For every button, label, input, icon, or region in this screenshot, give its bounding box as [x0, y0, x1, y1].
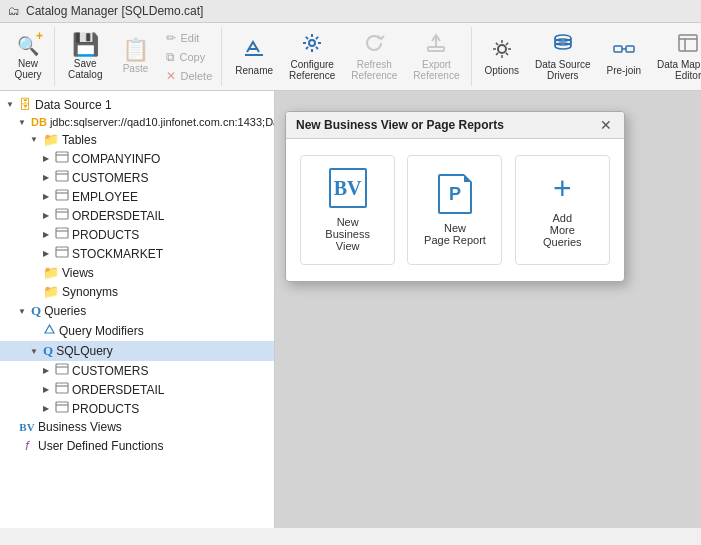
- views-folder-icon: 📁: [43, 265, 59, 280]
- tree-item-stockmarket[interactable]: ▶ STOCKMARKET: [0, 244, 274, 263]
- title-bar: 🗂 Catalog Manager [SQLDemo.cat]: [0, 0, 701, 23]
- tree-item-sqlquery[interactable]: ▼ Q SQLQuery: [0, 341, 274, 361]
- ordersdetail-query-icon: [55, 382, 69, 397]
- synonyms-label: Synonyms: [62, 285, 118, 299]
- svg-rect-3: [428, 47, 444, 51]
- tree-item-views[interactable]: 📁 Views: [0, 263, 274, 282]
- data-source-drivers-button[interactable]: Data SourceDrivers: [528, 27, 598, 86]
- tree-item-business-views[interactable]: BV Business Views: [0, 418, 274, 436]
- new-query-label: NewQuery: [14, 58, 41, 80]
- data-source-icon: [552, 32, 574, 57]
- export-reference-button[interactable]: ExportReference: [406, 27, 466, 86]
- new-query-icon: 🔍+: [17, 34, 39, 56]
- configure-reference-button[interactable]: ConfigureReference: [282, 27, 342, 86]
- modal-title: New Business View or Page Reports: [296, 118, 504, 132]
- stockmarket-icon: [55, 246, 69, 261]
- svg-rect-24: [56, 247, 68, 257]
- views-label: Views: [62, 266, 94, 280]
- svg-rect-11: [679, 35, 697, 51]
- svg-rect-20: [56, 209, 68, 219]
- tree-item-products[interactable]: ▶ PRODUCTS: [0, 225, 274, 244]
- rename-label: Rename: [235, 65, 273, 76]
- add-more-queries-option[interactable]: + AddMore Queries: [515, 155, 610, 265]
- rename-button[interactable]: Rename: [228, 33, 280, 81]
- toolbar-group-reference: Rename ConfigureReference RefreshReferen…: [224, 27, 471, 86]
- expander-customers-query: ▶: [40, 365, 52, 377]
- tree-item-query-modifiers[interactable]: Query Modifiers: [0, 321, 274, 341]
- paste-icon: 📋: [122, 39, 149, 61]
- stockmarket-label: STOCKMARKET: [72, 247, 163, 261]
- ordersdetail-icon: [55, 208, 69, 223]
- companyinfo-label: COMPANYINFO: [72, 152, 160, 166]
- app-title: Catalog Manager [SQLDemo.cat]: [26, 4, 203, 18]
- tables-label: Tables: [62, 133, 97, 147]
- add-more-queries-label: AddMore Queries: [530, 212, 595, 248]
- customers-query-icon: [55, 363, 69, 378]
- queries-icon: Q: [31, 303, 41, 319]
- expander-employee: ▶: [40, 191, 52, 203]
- tree-item-synonyms[interactable]: 📁 Synonyms: [0, 282, 274, 301]
- query-modifiers-icon: [43, 323, 56, 339]
- toolbar: 🔍+ NewQuery 💾 SaveCatalog 📋 Paste ✏ Edit…: [0, 23, 701, 91]
- save-catalog-button[interactable]: 💾 SaveCatalog: [61, 29, 109, 85]
- svg-rect-14: [56, 152, 68, 162]
- modal-dialog: New Business View or Page Reports ✕ BV N…: [285, 111, 625, 282]
- jdbc-icon: DB: [31, 116, 47, 128]
- copy-button[interactable]: ⧉ Copy: [161, 48, 217, 66]
- expander-datasource1: ▼: [4, 99, 16, 111]
- delete-button[interactable]: ✕ Delete: [161, 67, 217, 85]
- new-business-view-option[interactable]: BV NewBusiness View: [300, 155, 395, 265]
- tree-item-customers-table[interactable]: ▶ CUSTOMERS: [0, 168, 274, 187]
- tree-item-ordersdetail[interactable]: ▶ ORDERSDETAIL: [0, 206, 274, 225]
- tree-item-jdbc[interactable]: ▼ DB jdbc:sqlserver://qad10.jinfonet.com…: [0, 114, 274, 130]
- expander-stockmarket: ▶: [40, 248, 52, 260]
- options-button[interactable]: Options: [478, 33, 526, 81]
- products-query-label: PRODUCTS: [72, 402, 139, 416]
- page-report-icon: P: [438, 174, 472, 214]
- svg-rect-22: [56, 228, 68, 238]
- expander-query-modifiers: [28, 325, 40, 337]
- customers-table-label: CUSTOMERS: [72, 171, 148, 185]
- add-icon: +: [553, 172, 572, 204]
- tree-item-datasource1[interactable]: ▼ 🗄 Data Source 1: [0, 95, 274, 114]
- tree-item-employee[interactable]: ▶ EMPLOYEE: [0, 187, 274, 206]
- small-btn-group: ✏ Edit ⧉ Copy ✕ Delete: [161, 29, 217, 85]
- tree-item-tables[interactable]: ▼ 📁 Tables: [0, 130, 274, 149]
- ordersdetail-query-label: ORDERSDETAIL: [72, 383, 164, 397]
- app-icon: 🗂: [8, 4, 20, 18]
- expander-ordersdetail-query: ▶: [40, 384, 52, 396]
- tree-item-queries[interactable]: ▼ Q Queries: [0, 301, 274, 321]
- pre-join-button[interactable]: Pre-join: [600, 33, 648, 81]
- tree-item-ordersdetail-query[interactable]: ▶ ORDERSDETAIL: [0, 380, 274, 399]
- toolbar-group-tools: Options Data SourceDrivers Pre-join Data…: [474, 27, 702, 86]
- customers-query-label: CUSTOMERS: [72, 364, 148, 378]
- configure-icon: [301, 32, 323, 57]
- tree-item-products-query[interactable]: ▶ PRODUCTS: [0, 399, 274, 418]
- employee-icon: [55, 189, 69, 204]
- tree-item-companyinfo[interactable]: ▶ COMPANYINFO: [0, 149, 274, 168]
- customers-table-icon: [55, 170, 69, 185]
- refresh-reference-button[interactable]: RefreshReference: [344, 27, 404, 86]
- save-icon: 💾: [72, 34, 99, 56]
- tree-item-user-defined-functions[interactable]: f User Defined Functions: [0, 436, 274, 455]
- modal-close-button[interactable]: ✕: [598, 118, 614, 132]
- pre-join-icon: [613, 38, 635, 63]
- edit-button[interactable]: ✏ Edit: [161, 29, 217, 47]
- expander-synonyms: [28, 286, 40, 298]
- options-label: Options: [485, 65, 519, 76]
- tree-item-customers-query[interactable]: ▶ CUSTOMERS: [0, 361, 274, 380]
- edit-label: Edit: [180, 32, 199, 44]
- svg-point-2: [309, 40, 315, 46]
- options-icon: [491, 38, 513, 63]
- export-label: ExportReference: [413, 59, 459, 81]
- paste-button[interactable]: 📋 Paste: [113, 34, 157, 79]
- user-defined-functions-icon: f: [19, 438, 35, 453]
- new-query-button[interactable]: 🔍+ NewQuery: [6, 29, 50, 85]
- data-mapping-editor-button[interactable]: Data MappingEditor: [650, 27, 701, 86]
- expander-companyinfo: ▶: [40, 153, 52, 165]
- svg-point-4: [498, 45, 506, 53]
- new-page-report-option[interactable]: P NewPage Report: [407, 155, 502, 265]
- copy-icon: ⧉: [166, 50, 175, 64]
- companyinfo-icon: [55, 151, 69, 166]
- modal-overlay: New Business View or Page Reports ✕ BV N…: [275, 91, 701, 528]
